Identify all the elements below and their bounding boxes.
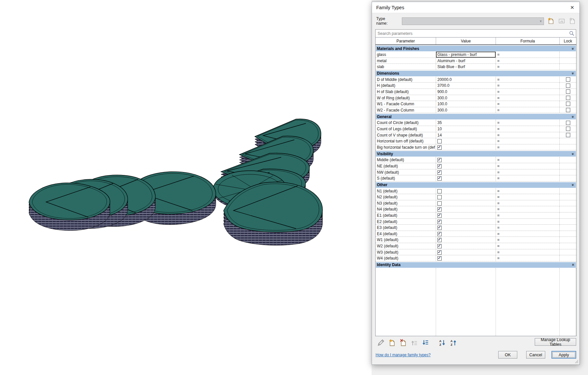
- formula-cell[interactable]: =: [496, 249, 560, 255]
- value-checkbox[interactable]: [437, 164, 442, 168]
- close-icon[interactable]: ✕: [565, 2, 579, 13]
- parameter-name-cell[interactable]: W1 (default): [376, 237, 436, 243]
- parameter-name-cell[interactable]: Big horizontal facade turn on (def: [376, 144, 436, 150]
- parameter-name-cell[interactable]: W4 (default): [376, 255, 436, 261]
- formula-cell[interactable]: =: [496, 52, 560, 58]
- value-cell[interactable]: [436, 194, 496, 200]
- parameter-name-cell[interactable]: glass: [376, 52, 436, 58]
- value-cell[interactable]: [436, 144, 496, 150]
- parameter-name-cell[interactable]: W2 - Facade Column: [376, 107, 436, 113]
- parameter-name-cell[interactable]: D of Middle (default): [376, 77, 436, 83]
- parameter-name-cell[interactable]: Count of Legs (default): [376, 126, 436, 132]
- value-cell[interactable]: [436, 231, 496, 237]
- value-checkbox[interactable]: [437, 201, 442, 206]
- new-type-icon[interactable]: [547, 17, 555, 25]
- type-name-combobox[interactable]: ▾: [402, 17, 544, 25]
- parameter-name-cell[interactable]: Horizontal turn off (default): [376, 138, 436, 144]
- parameter-name-cell[interactable]: N2 (default): [376, 194, 436, 200]
- dialog-titlebar[interactable]: Family Types ✕: [372, 2, 579, 13]
- formula-cell[interactable]: =: [496, 144, 560, 150]
- formula-cell[interactable]: =: [496, 194, 560, 200]
- lock-checkbox[interactable]: [566, 89, 570, 94]
- rename-type-icon[interactable]: AI: [558, 17, 566, 25]
- value-cell[interactable]: 100.0: [436, 101, 496, 107]
- formula-cell[interactable]: =: [496, 175, 560, 181]
- column-header-value[interactable]: Value: [436, 38, 496, 44]
- value-cell[interactable]: [436, 163, 496, 169]
- parameter-name-cell[interactable]: metal: [376, 58, 436, 64]
- value-cell[interactable]: Aluminum - burf: [436, 58, 496, 64]
- move-parameter-down-icon[interactable]: [421, 338, 429, 347]
- parameter-name-cell[interactable]: Count of Circle (default): [376, 120, 436, 126]
- value-cell[interactable]: 300.0: [436, 95, 496, 101]
- value-checkbox[interactable]: [437, 256, 442, 261]
- value-checkbox[interactable]: [437, 232, 442, 236]
- value-cell[interactable]: 900.0: [436, 89, 496, 95]
- section-header[interactable]: Visibility»: [376, 151, 576, 157]
- formula-cell[interactable]: =: [496, 132, 560, 138]
- parameter-name-cell[interactable]: W of Ring (default): [376, 95, 436, 101]
- value-cell[interactable]: [436, 157, 496, 163]
- lock-checkbox[interactable]: [566, 108, 570, 112]
- edit-parameter-icon[interactable]: [377, 338, 385, 347]
- value-cell[interactable]: 20000.0: [436, 77, 496, 83]
- parameter-name-cell[interactable]: W2 (default): [376, 243, 436, 249]
- parameter-name-cell[interactable]: E2 (default): [376, 219, 436, 225]
- value-checkbox[interactable]: [437, 139, 442, 143]
- value-checkbox[interactable]: [437, 189, 442, 193]
- value-cell[interactable]: [436, 138, 496, 144]
- search-parameters-input[interactable]: [375, 29, 576, 38]
- formula-cell[interactable]: =: [496, 95, 560, 101]
- lock-checkbox[interactable]: [566, 84, 570, 88]
- section-header[interactable]: Identity Data»: [376, 262, 576, 268]
- section-collapse-icon[interactable]: »: [571, 184, 576, 186]
- value-cell[interactable]: 35: [436, 120, 496, 126]
- value-cell[interactable]: [436, 200, 496, 206]
- column-header-formula[interactable]: Formula: [496, 38, 560, 44]
- section-header[interactable]: General»: [376, 114, 576, 119]
- parameter-name-cell[interactable]: N4 (default): [376, 206, 436, 212]
- parameter-name-cell[interactable]: W3 (default): [376, 249, 436, 255]
- formula-cell[interactable]: =: [496, 120, 560, 126]
- value-cell[interactable]: [436, 219, 496, 225]
- delete-parameter-icon[interactable]: [399, 338, 407, 347]
- value-checkbox[interactable]: [437, 220, 442, 224]
- value-cell[interactable]: [436, 206, 496, 212]
- formula-cell[interactable]: =: [496, 77, 560, 83]
- sort-ascending-icon[interactable]: A Z: [438, 338, 446, 347]
- section-collapse-icon[interactable]: »: [571, 47, 576, 50]
- value-checkbox[interactable]: [437, 238, 442, 242]
- formula-cell[interactable]: =: [496, 58, 560, 64]
- section-collapse-icon[interactable]: »: [571, 72, 576, 75]
- formula-cell[interactable]: =: [496, 219, 560, 225]
- value-checkbox[interactable]: [437, 145, 442, 150]
- lock-checkbox[interactable]: [566, 102, 570, 106]
- apply-button[interactable]: Apply: [551, 351, 576, 359]
- formula-cell[interactable]: =: [496, 169, 560, 175]
- section-collapse-icon[interactable]: »: [571, 153, 576, 155]
- model-3d-view[interactable]: [0, 0, 372, 375]
- formula-cell[interactable]: =: [496, 237, 560, 243]
- new-parameter-icon[interactable]: [388, 338, 396, 347]
- value-cell[interactable]: [436, 255, 496, 261]
- value-cell[interactable]: [436, 237, 496, 243]
- parameter-name-cell[interactable]: H of Slab (default): [376, 89, 436, 95]
- parameter-name-cell[interactable]: N1 (default): [376, 188, 436, 194]
- parameter-name-cell[interactable]: NE (default): [376, 163, 436, 169]
- value-cell[interactable]: [436, 213, 496, 218]
- value-checkbox[interactable]: [437, 195, 442, 199]
- parameter-name-cell[interactable]: slab: [376, 64, 436, 70]
- value-cell[interactable]: Slab Blue - Burf: [436, 64, 496, 70]
- value-cell[interactable]: 3700.0: [436, 83, 496, 88]
- column-header-lock[interactable]: Lock: [560, 38, 576, 44]
- value-cell[interactable]: [436, 225, 496, 231]
- parameter-name-cell[interactable]: N3 (default): [376, 200, 436, 206]
- value-checkbox[interactable]: [437, 213, 442, 218]
- section-collapse-icon[interactable]: »: [571, 264, 576, 266]
- parameter-name-cell[interactable]: H (default): [376, 83, 436, 88]
- section-header[interactable]: Materials and Finishes»: [376, 46, 576, 51]
- help-link[interactable]: How do I manage family types?: [376, 353, 430, 357]
- formula-cell[interactable]: =: [496, 83, 560, 88]
- parameter-name-cell[interactable]: E4 (default): [376, 231, 436, 237]
- section-collapse-icon[interactable]: »: [571, 116, 576, 118]
